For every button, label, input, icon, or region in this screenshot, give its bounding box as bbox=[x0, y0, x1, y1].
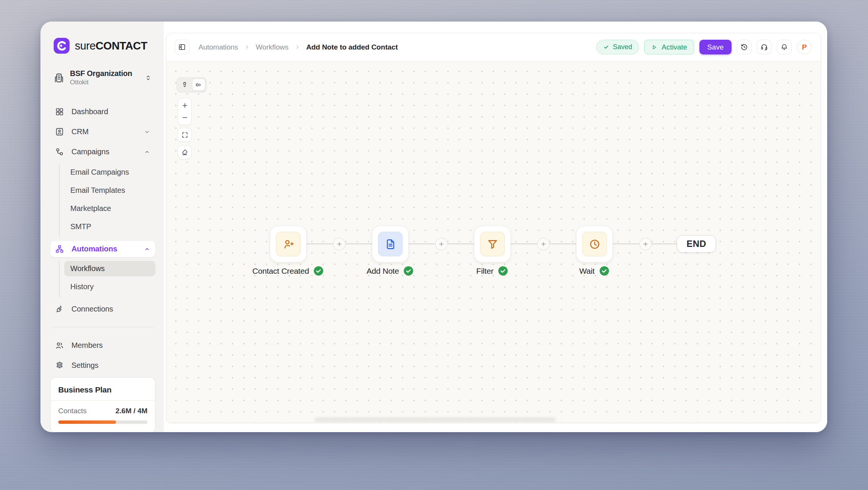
sidebar-item-settings[interactable]: Settings bbox=[50, 357, 155, 374]
contacts-progress-fill bbox=[58, 420, 116, 424]
version-history-icon bbox=[740, 43, 748, 51]
sidebar-item-crm[interactable]: CRM bbox=[50, 124, 155, 140]
completed-check-icon bbox=[498, 266, 508, 276]
topbar: Automations Workflows Add Note to added … bbox=[166, 33, 821, 61]
organization-selector[interactable]: BSF Organization Ottokit bbox=[50, 68, 155, 88]
campaigns-subnav: Email Campaigns Email Templates Marketpl… bbox=[59, 164, 155, 237]
dashboard-grid-icon bbox=[55, 107, 64, 116]
node-filter[interactable] bbox=[474, 226, 511, 262]
breadcrumb-current-workflow-name: Add Note to added Contact bbox=[306, 43, 398, 51]
node-label-filter: Filter bbox=[476, 267, 493, 276]
chevron-down-icon bbox=[143, 128, 151, 136]
plus-icon bbox=[540, 241, 547, 247]
version-history-button[interactable] bbox=[737, 40, 752, 54]
sidebar-collapse-icon bbox=[178, 43, 186, 51]
automations-subnav: Workflows History bbox=[59, 261, 155, 297]
sidebar-item-connections[interactable]: Connections bbox=[50, 301, 155, 317]
chevron-right-icon bbox=[294, 44, 301, 50]
sidebar-item-workflows[interactable]: Workflows bbox=[64, 261, 155, 276]
sidebar-item-dashboard[interactable]: Dashboard bbox=[50, 104, 155, 120]
sidebar-item-email-campaigns[interactable]: Email Campaigns bbox=[64, 164, 155, 180]
organization-building-icon bbox=[53, 72, 65, 84]
add-step-button-4[interactable] bbox=[639, 238, 652, 250]
contacts-usage-label: Contacts bbox=[58, 407, 87, 415]
filter-funnel-icon bbox=[486, 238, 499, 251]
node-add-note[interactable] bbox=[372, 226, 409, 262]
sidebar-item-smtp[interactable]: SMTP bbox=[64, 219, 155, 234]
sidebar-item-members[interactable]: Members bbox=[50, 337, 155, 354]
breadcrumb-automations[interactable]: Automations bbox=[198, 43, 238, 51]
save-button[interactable]: Save bbox=[699, 40, 732, 54]
plan-card: Business Plan Contacts 2.6M / 4M bbox=[50, 377, 155, 432]
add-step-button-2[interactable] bbox=[435, 238, 448, 250]
sidebar-item-marketplace[interactable]: Marketplace bbox=[64, 201, 155, 216]
members-people-icon bbox=[55, 341, 64, 350]
app-window: sureCONTACT BSF Organization Ottokit bbox=[40, 22, 827, 432]
notifications-bell-icon bbox=[780, 43, 788, 51]
chevron-right-icon bbox=[244, 44, 250, 50]
crm-contact-card-icon bbox=[55, 127, 64, 136]
plan-divider bbox=[51, 400, 155, 401]
wait-clock-icon bbox=[588, 238, 601, 251]
support-headset-icon bbox=[760, 43, 768, 51]
connections-plug-icon bbox=[55, 304, 64, 314]
node-end[interactable]: END bbox=[677, 235, 716, 253]
sidebar-item-automations[interactable]: Automations bbox=[50, 241, 155, 257]
add-note-document-icon bbox=[384, 238, 397, 251]
breadcrumb-workflows[interactable]: Workflows bbox=[256, 43, 288, 51]
contacts-progress-track bbox=[58, 420, 147, 424]
node-label-wait: Wait bbox=[579, 267, 594, 276]
support-button[interactable] bbox=[757, 40, 772, 54]
notifications-button[interactable] bbox=[777, 40, 792, 54]
campaigns-nodes-icon bbox=[55, 147, 64, 157]
chevron-up-down-icon bbox=[144, 74, 152, 82]
completed-check-icon bbox=[313, 266, 324, 276]
node-label-add-note: Add Note bbox=[367, 267, 399, 276]
settings-gear-icon bbox=[55, 361, 64, 370]
sidebar-item-email-templates[interactable]: Email Templates bbox=[64, 183, 155, 198]
main-area: Automations Workflows Add Note to added … bbox=[164, 22, 827, 432]
node-wait[interactable] bbox=[576, 226, 613, 262]
add-step-button-3[interactable] bbox=[537, 238, 550, 250]
contact-created-user-plus-icon bbox=[282, 238, 295, 251]
plus-icon bbox=[642, 241, 649, 247]
workflow-canvas[interactable]: Contact Created bbox=[166, 61, 821, 423]
organization-name: BSF Organization bbox=[70, 69, 139, 78]
organization-product: Ottokit bbox=[70, 79, 139, 86]
sidebar-collapse-button[interactable] bbox=[175, 40, 189, 54]
sidebar-nav: Dashboard CRM Campaigns Email Camp bbox=[50, 104, 155, 377]
brand-logo: sureCONTACT bbox=[50, 37, 155, 54]
saved-status-badge: Saved bbox=[596, 40, 639, 54]
surecontact-logo-icon bbox=[53, 37, 70, 54]
activate-button[interactable]: Activate bbox=[644, 40, 694, 54]
contacts-usage-value: 2.6M / 4M bbox=[116, 407, 147, 415]
sidebar-divider bbox=[52, 327, 154, 327]
sidebar-item-campaigns[interactable]: Campaigns bbox=[50, 144, 155, 160]
sidebar-item-history[interactable]: History bbox=[64, 279, 155, 295]
completed-check-icon bbox=[599, 266, 609, 276]
node-contact-created[interactable] bbox=[270, 226, 307, 262]
plan-title: Business Plan bbox=[58, 385, 147, 394]
chevron-up-icon bbox=[143, 245, 151, 253]
play-icon bbox=[651, 44, 658, 51]
check-icon bbox=[603, 44, 609, 50]
canvas-bottom-shadow bbox=[315, 417, 556, 422]
add-step-button-1[interactable] bbox=[333, 238, 346, 250]
workflow-flow: Contact Created bbox=[166, 61, 821, 423]
chevron-up-icon bbox=[143, 148, 151, 156]
automations-hierarchy-icon bbox=[55, 244, 64, 254]
plus-icon bbox=[438, 241, 445, 247]
sidebar: sureCONTACT BSF Organization Ottokit bbox=[40, 22, 164, 432]
node-label-contact-created: Contact Created bbox=[253, 267, 309, 276]
plus-icon bbox=[336, 241, 343, 247]
content-card: Automations Workflows Add Note to added … bbox=[166, 33, 821, 423]
user-avatar[interactable]: P bbox=[797, 40, 812, 54]
completed-check-icon bbox=[403, 266, 414, 276]
brand-wordmark: sureCONTACT bbox=[75, 40, 147, 52]
breadcrumb: Automations Workflows Add Note to added … bbox=[198, 43, 398, 51]
